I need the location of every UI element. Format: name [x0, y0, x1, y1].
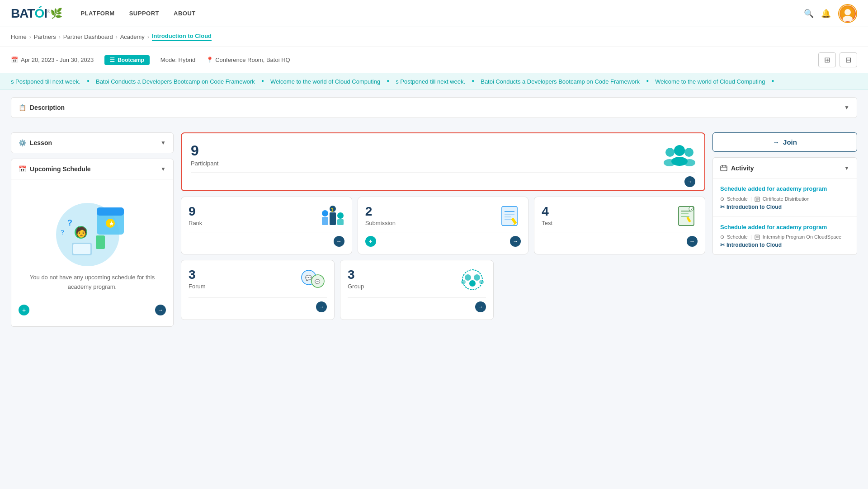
news-ticker: s Postponed till next week. ● Batoi Cond…	[0, 73, 868, 90]
svg-text:💬: 💬	[305, 274, 312, 281]
nav-support[interactable]: SUPPORT	[129, 8, 159, 19]
bootcamp-badge: ☰ Bootcamp	[104, 55, 150, 65]
submission-number: 2	[365, 204, 396, 219]
participant-arrow-button[interactable]: →	[684, 176, 695, 187]
activity-header[interactable]: Activity ▼	[713, 158, 857, 178]
main-nav: PLATFORM SUPPORT ABOUT	[80, 8, 804, 19]
bootcamp-icon: ☰	[110, 57, 115, 63]
description-accordion: 📋 Description ▼	[11, 97, 857, 118]
submission-arrow-button[interactable]: →	[510, 236, 521, 247]
description-icon: 📋	[19, 104, 26, 111]
participant-label: Participant	[191, 160, 218, 167]
lesson-accordion-header[interactable]: ⚙️ Lesson ▼	[11, 133, 173, 153]
nav-about[interactable]: ABOUT	[174, 8, 196, 19]
svg-point-26	[337, 212, 344, 219]
activity-panel: Activity ▼ Schedule added for academy pr…	[712, 157, 857, 255]
right-sidebar: → Join Activity ▼	[712, 132, 857, 489]
svg-point-51	[479, 280, 484, 284]
dates-text: Apr 20, 2023 - Jun 30, 2023	[21, 56, 94, 63]
schedule-radio-icon-2: ⊙	[720, 234, 724, 240]
description-accordion-header[interactable]: 📋 Description ▼	[11, 98, 857, 118]
participant-card: 9 Participant →	[181, 132, 705, 191]
meta-location: 📍 Conference Room, Batoi HQ	[206, 56, 290, 63]
submission-card: 2 Submission	[358, 197, 529, 254]
join-button[interactable]: → Join	[712, 132, 857, 152]
submission-label: Submission	[365, 220, 396, 226]
breadcrumb: Home › Partners › Partner Dashboard › Ac…	[0, 27, 868, 47]
svg-point-47	[465, 274, 471, 281]
test-icon: ✓	[675, 204, 698, 228]
certificate-icon	[755, 196, 760, 202]
view-schedule-button[interactable]: →	[155, 305, 166, 315]
forum-icon: 💬 💬	[300, 268, 327, 294]
meta-actions: ⊞ ⊟	[818, 52, 857, 67]
ticker-item-1: s Postponed till next week.	[11, 78, 80, 85]
participant-footer: →	[191, 172, 695, 187]
svg-point-20	[684, 159, 695, 166]
rank-label: Rank	[189, 220, 202, 226]
test-arrow-button[interactable]: →	[687, 236, 698, 247]
svg-rect-5	[97, 207, 124, 216]
breadcrumb-academy[interactable]: Academy	[120, 33, 145, 40]
stats-row-1: 9 Rank	[181, 197, 705, 254]
group-arrow-button[interactable]: →	[475, 301, 486, 312]
group-card: 3 Group	[340, 260, 494, 320]
group-number: 3	[348, 268, 364, 282]
stat-row-2: 3 Forum 💬 💬 →	[181, 260, 705, 320]
calendar-icon: 📅	[11, 56, 18, 63]
forum-arrow-button[interactable]: →	[316, 301, 327, 312]
activity-item-2-meta1: Schedule	[727, 234, 748, 240]
ticker-dot-3: ●	[387, 78, 389, 85]
main-content: ⚙️ Lesson ▼ 📅 Upcoming Schedule ▼	[0, 125, 868, 489]
internship-icon	[755, 234, 760, 240]
search-icon[interactable]: 🔍	[804, 9, 814, 19]
bootcamp-label: Bootcamp	[118, 57, 144, 63]
nav-platform[interactable]: PLATFORM	[80, 8, 114, 19]
breadcrumb-sep-2: ›	[59, 34, 61, 40]
upcoming-schedule-label: Upcoming Schedule	[30, 165, 91, 173]
ticker-item-3: Welcome to the world of Cloud Computing	[270, 78, 380, 85]
svg-point-46	[462, 270, 482, 290]
svg-rect-21	[322, 217, 328, 225]
user-avatar[interactable]	[840, 5, 856, 22]
upcoming-schedule-accordion: 📅 Upcoming Schedule ▼	[11, 159, 174, 327]
forum-label: Forum	[189, 283, 206, 290]
view-toggle-list[interactable]: ⊞	[818, 52, 836, 67]
activity-item-2-title: Schedule added for academy program	[720, 223, 849, 231]
submission-add-button[interactable]: +	[365, 236, 376, 247]
ticker-item-1b: s Postponed till next week.	[396, 78, 465, 85]
join-label: Join	[783, 138, 797, 146]
participant-icon	[664, 142, 695, 169]
lesson-icon: ⚙️	[19, 139, 26, 146]
svg-rect-25	[337, 219, 344, 225]
breadcrumb-home[interactable]: Home	[11, 33, 27, 40]
rank-icon: 1	[320, 204, 344, 228]
location-text: Conference Room, Batoi HQ	[215, 56, 290, 63]
add-schedule-button[interactable]: +	[19, 305, 29, 315]
activity-icon	[720, 164, 727, 172]
svg-rect-23	[330, 212, 336, 225]
test-footer: →	[542, 232, 698, 247]
rank-arrow-button[interactable]: →	[334, 236, 344, 247]
activity-item-1-link[interactable]: ✂ Introduction to Cloud	[720, 204, 849, 210]
breadcrumb-partners[interactable]: Partners	[34, 33, 56, 40]
rank-card: 9 Rank	[181, 197, 352, 254]
upcoming-schedule-header[interactable]: 📅 Upcoming Schedule ▼	[11, 159, 173, 179]
group-footer: →	[348, 297, 486, 312]
notification-icon[interactable]: 🔔	[821, 9, 831, 19]
view-toggle-grid[interactable]: ⊟	[840, 52, 857, 67]
breadcrumb-partner-dashboard[interactable]: Partner Dashboard	[63, 33, 113, 40]
svg-rect-11	[73, 244, 90, 254]
svg-rect-52	[721, 166, 727, 171]
ticker-item-3b: Welcome to the world of Cloud Computing	[655, 78, 765, 85]
logo[interactable]: BATÓI® 🌿	[11, 6, 62, 21]
activity-item-1-meta: ⊙ Schedule | Cirtificate Distribution	[720, 196, 849, 202]
avatar[interactable]	[838, 4, 857, 23]
lesson-label: Lesson	[30, 139, 52, 146]
upcoming-schedule-body: ★ 🧑 ? ?	[11, 179, 173, 326]
activity-item-2-link[interactable]: ✂ Introduction to Cloud	[720, 242, 849, 248]
test-card: 4 Test ✓	[534, 197, 705, 254]
participant-number: 9	[191, 142, 218, 159]
svg-point-49	[469, 280, 476, 287]
join-icon: →	[773, 138, 779, 146]
